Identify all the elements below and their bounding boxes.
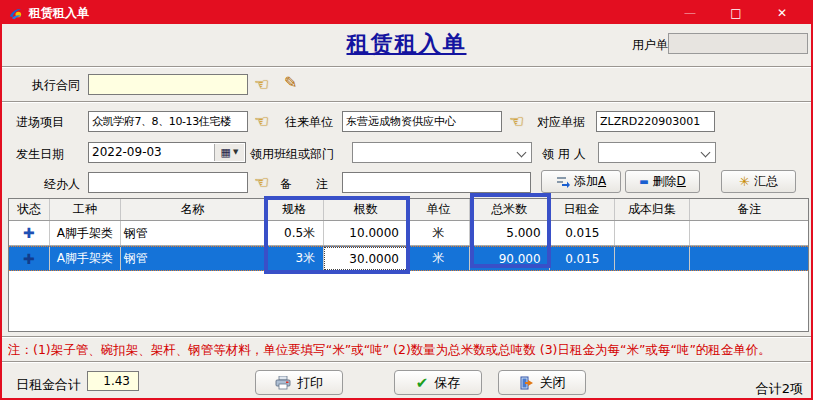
delete-button-label: 删除	[653, 174, 677, 188]
col-header-spec[interactable]: 规格	[265, 199, 324, 220]
table-row-selected[interactable]: ✚ A脚手架类 钢管 3米 30.0000 米 90.000 0.015	[9, 246, 808, 271]
team-combobox[interactable]	[352, 142, 532, 163]
chevron-down-icon	[701, 148, 711, 158]
printer-icon	[275, 376, 291, 390]
summary-button-label: 汇总	[754, 173, 778, 190]
footnote-text: 注：(1)架子管、碗扣架、架杆、钢管等材料，单位要填写“米”或“吨” (2)数量…	[8, 342, 807, 359]
hand-picker-icon[interactable]: ☜	[254, 172, 269, 192]
close-icon[interactable]: ✕	[759, 2, 805, 24]
cell-rent[interactable]: 0.015	[550, 247, 615, 270]
minimize-icon[interactable]: —	[667, 2, 713, 24]
date-input[interactable]: 2022-09-03 ▦ ▼	[88, 142, 246, 163]
cell-name[interactable]: 钢管	[121, 221, 266, 245]
maximize-icon[interactable]: □	[713, 2, 759, 24]
add-button-key: A	[598, 174, 606, 188]
cell-name[interactable]: 钢管	[121, 247, 266, 270]
counterparty-input[interactable]: 东营远成物资供应中心	[342, 111, 502, 132]
col-header-count[interactable]: 根数	[324, 199, 408, 220]
cell-spec[interactable]: 3米	[265, 247, 324, 270]
save-button-label: 保存	[434, 374, 460, 392]
cell-note[interactable]	[690, 247, 808, 270]
summary-button[interactable]: ✳ 汇总	[721, 170, 796, 193]
cell-unit[interactable]: 米	[408, 221, 470, 245]
counterparty-label: 往来单位	[285, 114, 333, 131]
col-header-unit[interactable]: 单位	[408, 199, 470, 220]
cell-meters[interactable]: 90.000	[470, 247, 550, 270]
title-bar: 租赁租入单 — □ ✕	[2, 2, 811, 24]
calendar-grid-icon: ▦	[221, 143, 231, 162]
cell-unit[interactable]: 米	[408, 247, 470, 270]
table-header-row: 状态 工种 名称 规格 根数 单位 总米数 日租金 成本归集 备注	[9, 199, 808, 221]
handler-label: 经办人	[44, 176, 80, 193]
remark-label: 备 注	[280, 176, 328, 193]
exit-door-icon	[519, 376, 534, 390]
save-button[interactable]: ✔ 保存	[394, 370, 482, 395]
doc-no-label: 对应单据	[537, 114, 585, 131]
contract-input[interactable]	[88, 74, 248, 95]
col-header-cost[interactable]: 成本归集	[615, 199, 691, 220]
window-title: 租赁租入单	[29, 5, 89, 22]
divider	[2, 101, 811, 103]
detail-table: 状态 工种 名称 规格 根数 单位 总米数 日租金 成本归集 备注 ✚ A脚手架…	[8, 198, 809, 332]
add-row-button[interactable]: 添加A	[541, 170, 621, 193]
daily-rent-total-value: 1.43	[87, 371, 139, 391]
check-icon: ✔	[416, 374, 429, 392]
col-header-meters[interactable]: 总米数	[470, 199, 550, 220]
team-label: 领用班组或部门	[250, 146, 334, 163]
col-header-note[interactable]: 备注	[690, 199, 808, 220]
cell-worktype[interactable]: A脚手架类	[50, 247, 121, 270]
row-status-plus-icon: ✚	[23, 251, 35, 267]
cell-count-editing[interactable]: 30.0000	[324, 247, 408, 270]
app-logo-icon	[8, 6, 23, 21]
daily-rent-total-label: 日租金合计	[16, 376, 81, 394]
date-label: 发生日期	[16, 146, 64, 163]
chevron-down-icon	[517, 148, 527, 158]
date-value: 2022-09-03	[92, 145, 162, 159]
cell-cost[interactable]	[615, 247, 691, 270]
recipient-combobox[interactable]	[598, 142, 716, 163]
calendar-dropdown-button[interactable]: ▦ ▼	[214, 144, 244, 161]
delete-button-key: D	[677, 174, 686, 188]
minus-icon: ▬	[639, 177, 648, 187]
total-items-count: 合计2项	[756, 380, 803, 398]
project-input[interactable]: 众凯学府7、8、10-13住宅楼	[88, 111, 248, 132]
close-button-label: 关闭	[540, 374, 566, 392]
cell-count[interactable]: 10.0000	[324, 221, 408, 245]
form-body: 租赁租入单 用户单号 执行合同 ☜ ✎ 进场项目 众凯学府7、8、10-13住宅…	[2, 24, 811, 398]
app-window: 租赁租入单 — □ ✕ 租赁租入单 用户单号 执行合同 ☜ ✎ 进场项目 众凯学…	[0, 0, 813, 400]
cell-meters[interactable]: 5.000	[470, 221, 550, 245]
contract-label: 执行合同	[32, 77, 80, 94]
divider	[2, 66, 811, 68]
cell-rent[interactable]: 0.015	[550, 221, 615, 245]
col-header-worktype[interactable]: 工种	[50, 199, 121, 220]
remark-input[interactable]	[342, 172, 531, 193]
summary-star-icon: ✳	[739, 174, 750, 189]
cell-spec[interactable]: 0.5米	[265, 221, 324, 245]
hand-picker-icon[interactable]: ☜	[509, 111, 524, 131]
cell-worktype[interactable]: A脚手架类	[50, 221, 121, 245]
hand-picker-icon[interactable]: ☜	[254, 111, 269, 131]
divider	[2, 361, 811, 363]
doc-no-input[interactable]: ZLZRD220903001	[596, 111, 715, 132]
col-header-status[interactable]: 状态	[9, 199, 50, 220]
user-no-field[interactable]	[668, 33, 808, 54]
table-row[interactable]: ✚ A脚手架类 钢管 0.5米 10.0000 米 5.000 0.015	[9, 221, 808, 246]
edit-pencil-icon[interactable]: ✎	[284, 73, 297, 92]
project-label: 进场项目	[16, 114, 64, 131]
delete-row-button[interactable]: ▬ 删除D	[625, 170, 700, 193]
cell-cost[interactable]	[615, 221, 691, 245]
add-row-icon	[556, 176, 570, 188]
col-header-rent[interactable]: 日租金	[550, 199, 615, 220]
row-status-plus-icon: ✚	[23, 225, 35, 241]
add-button-label: 添加	[574, 174, 598, 188]
cell-note[interactable]	[690, 221, 808, 245]
hand-picker-icon[interactable]: ☜	[254, 74, 269, 94]
print-button-label: 打印	[297, 374, 323, 392]
col-header-name[interactable]: 名称	[121, 199, 266, 220]
recipient-label: 领 用 人	[542, 146, 586, 163]
close-button[interactable]: 关闭	[498, 370, 586, 395]
handler-input[interactable]	[88, 172, 248, 193]
print-button[interactable]: 打印	[255, 370, 343, 395]
divider	[2, 336, 811, 338]
calendar-arrow-icon: ▼	[233, 143, 238, 162]
